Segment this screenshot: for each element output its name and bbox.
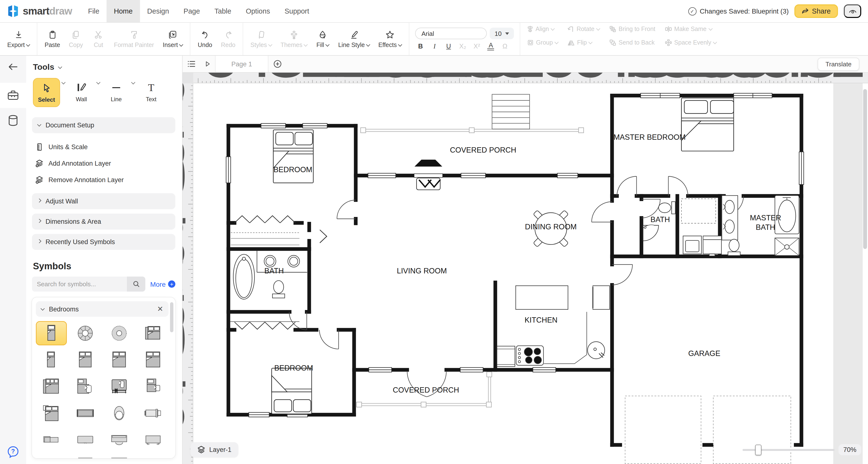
symbol-search-button[interactable] (127, 277, 145, 291)
effects-button[interactable]: Effects (374, 23, 406, 55)
zoom-slider[interactable] (743, 449, 835, 451)
symbol-twin-bed[interactable] (36, 348, 67, 372)
symbol-day-bed[interactable] (70, 401, 101, 425)
wall-tool-chevron-icon[interactable] (96, 81, 100, 85)
symbol-chest-2[interactable] (104, 454, 135, 458)
menu-item-support[interactable]: Support (277, 0, 316, 22)
recently-used-symbols-section[interactable]: Recently Used Symbols (32, 234, 175, 250)
present-button[interactable] (844, 4, 861, 18)
symbol-queen-bed[interactable] (104, 348, 135, 372)
rail-tab-data[interactable] (0, 108, 26, 133)
font-family-input[interactable] (415, 28, 487, 39)
format-painter-button[interactable]: Format Painter (110, 23, 158, 55)
export-button[interactable]: Export (3, 23, 34, 55)
superscript-button[interactable]: X² (473, 42, 480, 50)
symbol-double-bed-offset[interactable] (137, 321, 168, 345)
symbol-double-bed[interactable] (70, 348, 101, 372)
symbol-king-bed[interactable] (137, 348, 168, 372)
symbol-bunk-bed[interactable] (104, 374, 135, 399)
document-setup-section[interactable]: Document Setup (32, 117, 175, 133)
rail-tab-tools[interactable] (0, 83, 26, 108)
symbol-group-chevron-icon (41, 306, 45, 310)
line-style-button[interactable]: Line Style (334, 23, 374, 55)
cut-button[interactable]: Cut (87, 23, 110, 55)
menu-item-design[interactable]: Design (140, 0, 176, 22)
canvas-vertical-scrollbar[interactable] (863, 83, 868, 464)
menu-item-file[interactable]: File (81, 0, 106, 22)
special-character-button[interactable]: Ω (502, 42, 508, 50)
symbol-double-bed-2[interactable] (36, 401, 67, 425)
symbol-bed-with-side-table[interactable] (137, 374, 168, 399)
zoom-slider-handle[interactable] (755, 444, 762, 455)
symbol-single-bed[interactable] (36, 321, 67, 345)
symbol-wardrobe[interactable] (137, 428, 168, 452)
expand-pages-button[interactable] (200, 56, 215, 72)
paste-button[interactable]: Paste (40, 23, 64, 55)
add-page-button[interactable] (268, 56, 287, 72)
line-tool-chevron-icon[interactable] (131, 81, 135, 85)
layer-selector[interactable]: Layer-1 (190, 442, 238, 457)
symbol-panel-scrollbar[interactable] (170, 302, 174, 332)
adjust-wall-section[interactable]: Adjust Wall (32, 193, 175, 209)
themes-button[interactable]: Themes (276, 23, 311, 55)
menu-item-table[interactable]: Table (207, 0, 239, 22)
remove-annotation-layer-item[interactable]: Remove Annotation Layer (35, 172, 175, 188)
drawing-canvas-area: Page 1 Translate 04812162024283236404448… (183, 56, 868, 464)
font-size-select[interactable]: 10 (490, 28, 514, 39)
menu-item-options[interactable]: Options (239, 0, 277, 22)
redo-button[interactable]: Redo (217, 23, 240, 55)
line-tool-button[interactable]: Line (103, 78, 130, 106)
symbol-king-bed-2[interactable] (36, 374, 67, 399)
symbol-dresser-2-drawer[interactable] (36, 428, 67, 452)
symbol-search-input[interactable] (32, 277, 127, 291)
units-scale-item[interactable]: Units & Scale (35, 138, 175, 155)
undo-button[interactable]: Undo (193, 23, 217, 55)
symbol-group-header[interactable]: Bedrooms ✕ (36, 301, 168, 317)
symbol-rollaway-bed[interactable] (137, 401, 168, 425)
collapse-panel-button[interactable] (8, 62, 19, 71)
translate-button[interactable]: Translate (818, 58, 859, 71)
text-tool-button[interactable]: T Text (137, 78, 165, 106)
wall-tool-button[interactable]: Wall (68, 78, 95, 106)
copy-button[interactable]: Copy (64, 23, 87, 55)
send-to-back-button[interactable]: Send to Back (609, 39, 655, 46)
symbol-dresser-with-mirror[interactable] (104, 428, 135, 452)
share-button[interactable]: Share (795, 4, 838, 18)
symbol-round-bed-sectioned[interactable] (70, 321, 101, 345)
page-list-button[interactable] (183, 56, 200, 72)
insert-button[interactable]: Insert (158, 23, 187, 55)
symbol-cradle[interactable] (104, 401, 135, 425)
dimensions-area-section[interactable]: Dimensions & Area (32, 214, 175, 229)
styles-button[interactable]: Styles (246, 23, 276, 55)
bold-button[interactable]: B (417, 42, 424, 50)
rotate-button[interactable]: Rotate (568, 25, 600, 33)
symbol-dresser[interactable] (70, 428, 101, 452)
close-symbol-group-icon[interactable]: ✕ (157, 305, 163, 313)
select-tool-button[interactable]: Select (33, 78, 60, 107)
bring-to-front-button[interactable]: Bring to Front (609, 25, 655, 33)
underline-button[interactable]: U (445, 42, 452, 50)
make-same-button[interactable]: Make Same (665, 25, 717, 33)
tools-title-chevron-icon[interactable] (58, 65, 62, 69)
smartdraw-logo[interactable]: smartdraw (0, 0, 81, 22)
italic-button[interactable]: I (431, 42, 438, 50)
align-button[interactable]: Align (527, 25, 558, 33)
symbol-round-bed[interactable] (104, 321, 135, 345)
floor-plan-page[interactable]: BEDROOMCOVERED PORCHMASTER BEDROOMBATHLI… (193, 83, 868, 464)
more-symbols-link[interactable]: More + (150, 280, 175, 288)
select-tool-chevron-icon[interactable] (62, 81, 66, 85)
menu-item-home[interactable]: Home (106, 0, 140, 22)
space-evenly-button[interactable]: Space Evenly (665, 39, 717, 46)
symbol-chest[interactable] (70, 454, 101, 458)
menu-item-page[interactable]: Page (176, 0, 207, 22)
fill-button[interactable]: Fill (311, 23, 334, 55)
font-color-button[interactable]: A (488, 42, 494, 50)
symbol-corner-bed[interactable] (70, 374, 101, 399)
page-tab[interactable]: Page 1 (215, 56, 268, 72)
porch-railings (356, 128, 584, 407)
subscript-button[interactable]: X₂ (459, 42, 466, 50)
add-annotation-layer-item[interactable]: Add Annotation Layer (35, 155, 175, 172)
help-button[interactable]: ? (0, 445, 26, 458)
group-button[interactable]: Group (527, 39, 558, 46)
flip-button[interactable]: Flip (568, 39, 600, 46)
